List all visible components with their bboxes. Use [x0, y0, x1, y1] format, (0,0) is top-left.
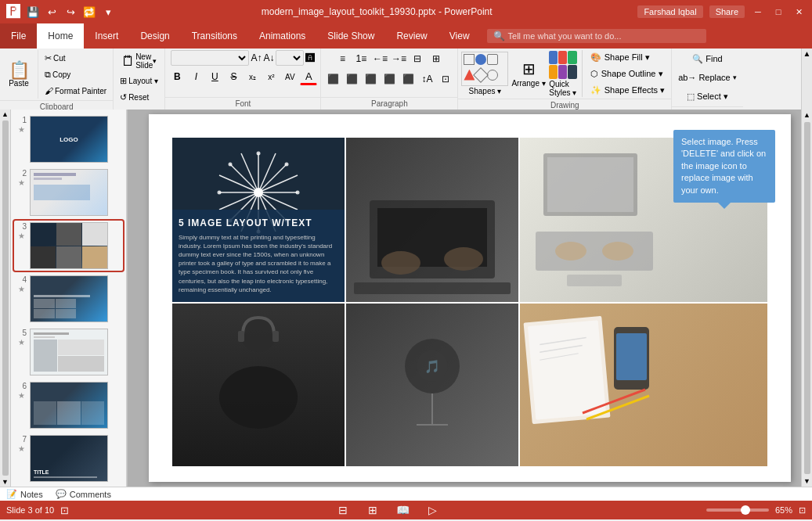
font-family-select[interactable] — [171, 50, 249, 66]
grid-cell-desk[interactable] — [520, 304, 767, 466]
fit-slide-btn[interactable]: ⊡ — [799, 505, 806, 516]
comments-button[interactable]: 💬 Comments — [56, 489, 111, 499]
tab-file[interactable]: File — [0, 23, 37, 49]
smart-art-btn[interactable]: ⊞ — [428, 50, 445, 67]
text-dir-btn[interactable]: ↕A — [418, 70, 435, 88]
grid-cell-laptop[interactable] — [346, 138, 518, 302]
shapes-label[interactable]: Shapes ▾ — [469, 87, 502, 95]
normal-view-btn[interactable]: ⊟ — [334, 501, 352, 519]
format-painter-button[interactable]: 🖌Format Painter — [42, 83, 110, 99]
col-btn[interactable]: ⬛ — [399, 70, 417, 88]
increase-font-btn[interactable]: A↑ — [251, 52, 262, 63]
col-layout-btn[interactable]: ⊟ — [409, 50, 426, 67]
slide-thumb-4[interactable]: 4 ★ — [14, 274, 123, 324]
grid-cell-person[interactable] — [172, 304, 345, 466]
user-name[interactable]: Farshad Iqbal — [637, 5, 702, 18]
char-spacing-button[interactable]: AV — [281, 68, 298, 85]
tab-transitions[interactable]: Transitions — [181, 23, 248, 49]
arrange-button[interactable]: ⊞ Arrange ▾ — [511, 59, 545, 88]
select-button[interactable]: ⬚ Select ▾ — [684, 88, 731, 105]
decrease-font-btn[interactable]: A↓ — [263, 52, 274, 63]
search-box[interactable]: 🔍 Tell me what you want to do... — [487, 29, 706, 43]
slide-thumb-2[interactable]: 2 ★ — [14, 167, 123, 217]
reset-button[interactable]: ↺Reset — [117, 89, 152, 105]
justify-btn[interactable]: ⬛ — [381, 70, 398, 88]
grid-cell-firework[interactable]: 5 IMAGE LAYOUT W/TEXT Simply dummy text … — [172, 138, 345, 302]
shape-fill-button[interactable]: 🎨 Shape Fill ▾ — [587, 51, 668, 64]
zoom-slider[interactable] — [706, 508, 769, 512]
decrease-indent-btn[interactable]: ←≡ — [371, 50, 388, 67]
bold-button[interactable]: B — [168, 68, 186, 85]
quick-styles-button[interactable]: QuickStyles ▾ — [549, 51, 577, 97]
slide-thumb-6[interactable]: 6 ★ — [14, 380, 123, 430]
canvas-scroll-thumb[interactable] — [804, 122, 810, 474]
share-btn[interactable]: Share — [709, 5, 745, 18]
tab-slideshow[interactable]: Slide Show — [316, 23, 385, 49]
scroll-top-btn[interactable]: ▲ — [1, 110, 9, 119]
tab-animations[interactable]: Animations — [248, 23, 316, 49]
shape-effects-button[interactable]: ✨ Shape Effects ▾ — [587, 84, 668, 97]
undo-btn[interactable]: ↩ — [44, 4, 60, 20]
tab-review[interactable]: Review — [385, 23, 438, 49]
canvas-scroll-down[interactable]: ▼ — [802, 476, 812, 487]
scroll-up-btn[interactable]: ▲ — [802, 49, 812, 59]
slide-panel-container: ▲ ▼ 1 ★ LOGO 2 ★ — [0, 110, 128, 487]
svg-line-6 — [258, 164, 287, 192]
font-size-select[interactable] — [276, 50, 304, 66]
grid-cell-headphones[interactable]: 🎵 — [346, 304, 518, 466]
notes-button[interactable]: 📝 Notes — [6, 489, 43, 499]
repeat-btn[interactable]: 🔁 — [81, 4, 97, 20]
canvas-scrollbar-v[interactable]: ▲ ▼ — [801, 110, 812, 487]
slide-image-7: TITLE — [30, 435, 108, 482]
close-btn[interactable]: ✕ — [792, 5, 806, 19]
clear-format-btn[interactable]: 🅰 — [305, 52, 315, 63]
tab-view[interactable]: View — [438, 23, 481, 49]
zoom-thumb[interactable] — [741, 505, 750, 515]
text-align-btn[interactable]: ⊡ — [437, 70, 454, 88]
numbered-list-btn[interactable]: 1≡ — [352, 50, 370, 67]
superscript-button[interactable]: x² — [262, 68, 280, 85]
editing-group: 🔍 Find ab→ Replace ▾ ⬚ Select ▾ Editing — [672, 49, 743, 110]
slideshow-view-btn[interactable]: ▷ — [424, 501, 441, 519]
underline-button[interactable]: U — [206, 68, 223, 85]
replace-button[interactable]: ab→ Replace ▾ — [675, 69, 740, 86]
maximize-btn[interactable]: □ — [771, 5, 785, 19]
tab-home[interactable]: Home — [37, 23, 84, 49]
slide-thumb-7[interactable]: 7 ★ TITLE — [14, 433, 123, 483]
save-btn[interactable]: 💾 — [25, 4, 41, 20]
slide-thumb-3[interactable]: 3 ★ — [14, 221, 123, 271]
scroll-thumb[interactable] — [2, 120, 9, 476]
slide-title: 5 IMAGE LAYOUT W/TEXT — [179, 217, 338, 228]
bullet-list-btn[interactable]: ≡ — [334, 50, 351, 67]
shape-outline-button[interactable]: ⬡ Shape Outline ▾ — [587, 67, 668, 81]
align-right-btn[interactable]: ⬛ — [362, 70, 379, 88]
slides-scrollbar[interactable]: ▲ ▼ — [0, 110, 11, 487]
new-slide-button[interactable]: 🗒 NewSlide ▾ — [117, 50, 161, 72]
align-center-btn[interactable]: ⬛ — [343, 70, 360, 88]
tab-design[interactable]: Design — [129, 23, 180, 49]
canvas-scroll-up[interactable]: ▲ — [802, 110, 812, 120]
slide-canvas[interactable]: Select image. Press 'DELETE' and click o… — [149, 114, 791, 482]
shapes-panel[interactable] — [461, 52, 508, 86]
font-color-button[interactable]: A — [300, 68, 317, 85]
copy-button[interactable]: ⧉Copy — [42, 66, 110, 82]
redo-btn[interactable]: ↪ — [63, 4, 78, 20]
qat-dropdown[interactable]: ▾ — [100, 4, 116, 20]
layout-button[interactable]: ⊞Layout ▾ — [117, 73, 161, 88]
slide-thumb-5[interactable]: 5 ★ — [14, 327, 123, 377]
reading-view-btn[interactable]: 📖 — [394, 501, 411, 519]
align-left-btn[interactable]: ⬛ — [324, 70, 341, 88]
italic-button[interactable]: I — [187, 68, 204, 85]
slide-thumb-1[interactable]: 1 ★ LOGO — [14, 114, 123, 164]
subscript-button[interactable]: x₂ — [244, 68, 261, 85]
increase-indent-btn[interactable]: →≡ — [390, 50, 407, 67]
paste-button[interactable]: 📋 Paste — [3, 59, 34, 90]
ribbon-scrollbar[interactable]: ▲ — [801, 49, 812, 110]
cut-button[interactable]: ✂Cut — [42, 50, 110, 66]
strikethrough-button[interactable]: S — [225, 68, 242, 85]
minimize-btn[interactable]: ─ — [751, 5, 765, 19]
tab-insert[interactable]: Insert — [84, 23, 129, 49]
scroll-bottom-btn[interactable]: ▼ — [1, 477, 9, 487]
slide-sorter-btn[interactable]: ⊞ — [364, 501, 381, 519]
find-button[interactable]: 🔍 Find — [689, 50, 725, 67]
